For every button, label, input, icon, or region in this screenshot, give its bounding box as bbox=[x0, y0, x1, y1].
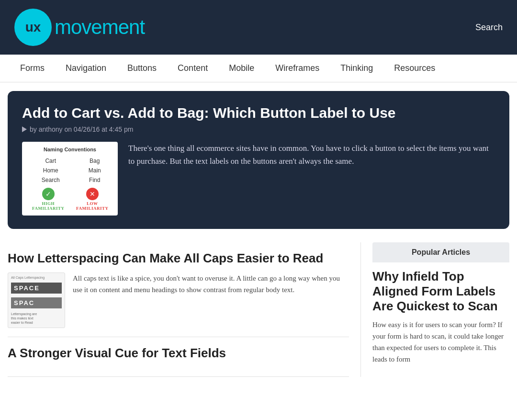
article-thumbnail: All Caps Letterspacing SPACE SPAC Letter… bbox=[8, 272, 65, 328]
thumb-text: Letterspacing arethis makes texteasier t… bbox=[11, 312, 62, 325]
nav-thinking[interactable]: Thinking bbox=[330, 55, 383, 82]
table-cell: Find bbox=[76, 175, 114, 185]
featured-meta: by anthony on 04/26/16 at 4:45 pm bbox=[22, 125, 495, 133]
badge-row: ✓ HIGH FAMILIARITY ✕ LOW FAMILIARITY bbox=[26, 188, 114, 211]
nav-buttons[interactable]: Buttons bbox=[117, 55, 167, 82]
nav-content[interactable]: Content bbox=[167, 55, 218, 82]
naming-table: Cart Bag Home Main Search Find bbox=[26, 156, 114, 185]
sidebar: Popular Articles Why Infield Top Aligned… bbox=[361, 242, 509, 377]
popular-article-title[interactable]: Why Infield Top Aligned Form Labels Are … bbox=[372, 269, 509, 314]
high-familiarity-badge: ✓ HIGH FAMILIARITY bbox=[26, 188, 71, 211]
table-cell: Home bbox=[26, 166, 76, 175]
article-title[interactable]: A Stronger Visual Cue for Text Fields bbox=[8, 346, 349, 361]
nav-navigation[interactable]: Navigation bbox=[55, 55, 117, 82]
logo-circle: ux bbox=[14, 9, 52, 46]
x-icon: ✕ bbox=[86, 188, 99, 200]
popular-articles-header: Popular Articles bbox=[372, 242, 509, 262]
nav-resources[interactable]: Resources bbox=[383, 55, 446, 82]
featured-image: Naming Conventions Cart Bag Home Main Se… bbox=[22, 142, 118, 216]
check-icon: ✓ bbox=[42, 188, 55, 200]
table-row: Search Find bbox=[26, 175, 114, 185]
featured-article: Add to Cart vs. Add to Bag: Which Button… bbox=[8, 91, 509, 229]
space-block-2: SPAC bbox=[11, 297, 62, 308]
nav-mobile[interactable]: Mobile bbox=[218, 55, 265, 82]
space-block-1: SPACE bbox=[11, 283, 62, 294]
article-item: How Letterspacing Can Make All Caps Easi… bbox=[8, 242, 349, 337]
popular-article-item: Why Infield Top Aligned Form Labels Are … bbox=[372, 269, 509, 365]
logo-ux-text: ux bbox=[25, 20, 41, 35]
site-header: ux movement Search bbox=[0, 0, 517, 55]
main-navigation: Forms Navigation Buttons Content Mobile … bbox=[0, 55, 517, 82]
featured-excerpt: There's one thing all ecommerce sites ha… bbox=[128, 142, 495, 168]
popular-article-excerpt: How easy is it for users to scan your fo… bbox=[372, 319, 509, 365]
search-button[interactable]: Search bbox=[475, 23, 503, 33]
nav-forms[interactable]: Forms bbox=[10, 55, 55, 82]
article-excerpt: All caps text is like a spice, you don't… bbox=[73, 272, 349, 295]
article-title[interactable]: How Letterspacing Can Make All Caps Easi… bbox=[8, 251, 349, 266]
logo-movement-text: movement bbox=[55, 16, 145, 39]
main-content: Add to Cart vs. Add to Bag: Which Button… bbox=[0, 91, 517, 377]
table-row: Home Main bbox=[26, 166, 114, 175]
logo-area: ux movement bbox=[14, 9, 145, 46]
thumb-content: All Caps Letterspacing SPACE SPAC Letter… bbox=[8, 273, 65, 328]
featured-body: Naming Conventions Cart Bag Home Main Se… bbox=[22, 142, 495, 216]
featured-byline: by anthony on 04/26/16 at 4:45 pm bbox=[30, 125, 133, 133]
table-cell: Cart bbox=[26, 156, 76, 166]
low-familiarity-label: LOW FAMILIARITY bbox=[71, 201, 114, 211]
high-familiarity-label: HIGH FAMILIARITY bbox=[26, 201, 71, 211]
play-icon bbox=[22, 126, 27, 132]
image-title: Naming Conventions bbox=[26, 147, 114, 152]
table-cell: Bag bbox=[76, 156, 114, 166]
article-body: All Caps Letterspacing SPACE SPAC Letter… bbox=[8, 272, 349, 328]
content-area: How Letterspacing Can Make All Caps Easi… bbox=[0, 238, 517, 377]
table-cell: Search bbox=[26, 175, 76, 185]
thumb-title: All Caps Letterspacing bbox=[11, 276, 62, 279]
table-cell: Main bbox=[76, 166, 114, 175]
low-familiarity-badge: ✕ LOW FAMILIARITY bbox=[71, 188, 114, 211]
table-row: Cart Bag bbox=[26, 156, 114, 166]
featured-title[interactable]: Add to Cart vs. Add to Bag: Which Button… bbox=[22, 104, 495, 122]
nav-wireframes[interactable]: Wireframes bbox=[265, 55, 330, 82]
articles-column: How Letterspacing Can Make All Caps Easi… bbox=[8, 242, 361, 377]
article-item: A Stronger Visual Cue for Text Fields bbox=[8, 337, 349, 376]
